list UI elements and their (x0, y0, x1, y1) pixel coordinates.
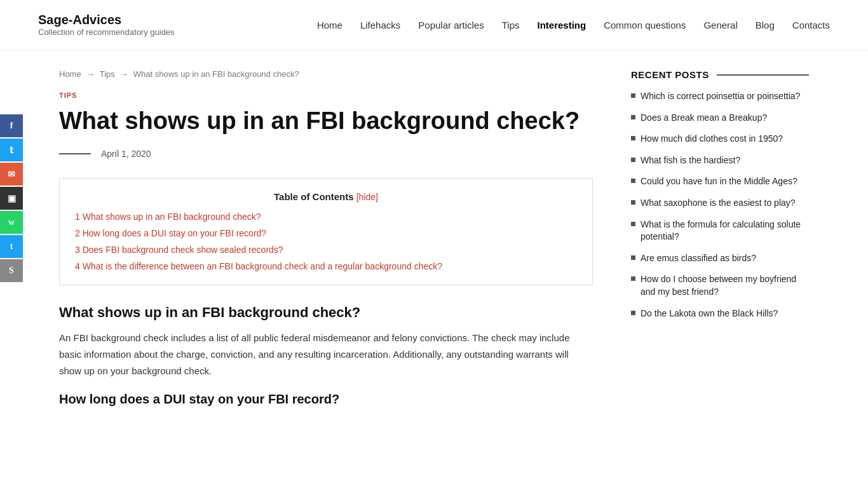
bullet-icon (631, 179, 635, 183)
nav-home[interactable]: Home (317, 20, 342, 30)
recent-post-link[interactable]: How do I choose between my boyfriend and… (641, 273, 809, 298)
recent-post-item: What fish is the hardiest? (631, 154, 809, 167)
toc-item: 4 What is the difference between an FBI … (75, 261, 577, 272)
recent-posts-list: Which is correct poinsettia or poinsetti… (631, 90, 809, 320)
nav-common-questions[interactable]: Common questions (604, 20, 686, 30)
breadcrumb-arrow-2: → (120, 69, 128, 79)
bullet-icon (631, 255, 635, 260)
breadcrumb-arrow-1: → (86, 69, 95, 79)
article-title: What shows up in an FBI background check… (59, 107, 593, 136)
article-date: April 1, 2020 (101, 149, 151, 159)
recent-post-item: Which is correct poinsettia or poinsetti… (631, 90, 809, 103)
recent-post-item: Does a Break mean a Breakup? (631, 112, 809, 125)
recent-post-item: How much did clothes cost in 1950? (631, 133, 809, 146)
site-title[interactable]: Sage-Advices (38, 13, 175, 27)
toc-item: 2 How long does a DUI stay on your FBI r… (75, 227, 577, 239)
main-layout: Home → Tips → What shows up in an FBI ba… (21, 50, 847, 435)
toc-title: Table of Contents [hide] (75, 191, 577, 202)
section1-heading: What shows up in an FBI background check… (59, 304, 593, 321)
toc-link-4[interactable]: 4 What is the difference between an FBI … (75, 261, 442, 271)
recent-post-link[interactable]: What fish is the hardiest? (641, 154, 740, 167)
toc-item: 3 Does FBI background check show sealed … (75, 244, 577, 255)
table-of-contents: Table of Contents [hide] 1 What shows up… (59, 178, 593, 285)
breadcrumb: Home → Tips → What shows up in an FBI ba… (59, 69, 593, 79)
tumblr-share-button[interactable]: t (0, 235, 23, 258)
article-date-row: April 1, 2020 (59, 149, 593, 159)
recent-post-link[interactable]: Which is correct poinsettia or poinsetti… (641, 90, 800, 103)
recent-post-link[interactable]: What saxophone is the easiest to play? (641, 197, 796, 210)
nav-popular-articles[interactable]: Popular articles (418, 20, 484, 30)
recent-post-item: What saxophone is the easiest to play? (631, 197, 809, 210)
bullet-icon (631, 158, 635, 162)
recent-post-item: Do the Lakota own the Black Hills? (631, 308, 809, 320)
recent-post-item: How do I choose between my boyfriend and… (631, 273, 809, 298)
nav-lifehacks[interactable]: Lifehacks (360, 20, 400, 30)
recent-post-link[interactable]: Do the Lakota own the Black Hills? (641, 308, 778, 320)
toc-list: 1 What shows up in an FBI background che… (75, 211, 577, 272)
bullet-icon (631, 136, 635, 140)
category-tag[interactable]: TIPS (59, 92, 593, 99)
recent-post-link[interactable]: Are emus classified as birds? (641, 252, 756, 265)
recent-post-item: What is the formula for calculating solu… (631, 219, 809, 243)
breadcrumb-home[interactable]: Home (59, 69, 81, 79)
recent-post-item: Are emus classified as birds? (631, 252, 809, 265)
main-nav: Home Lifehacks Popular articles Tips Int… (317, 20, 830, 30)
nav-blog[interactable]: Blog (756, 20, 775, 30)
bullet-icon (631, 200, 635, 205)
save-button[interactable]: ▣ (0, 187, 23, 210)
sidebar: RECENT POSTS Which is correct poinsettia… (631, 69, 809, 416)
recent-post-link[interactable]: What is the formula for calculating solu… (641, 219, 809, 243)
bullet-icon (631, 115, 635, 119)
recent-post-item: Could you have fun in the Middle Ages? (631, 175, 809, 188)
email-share-button[interactable]: ✉ (0, 163, 23, 186)
article-content: Home → Tips → What shows up in an FBI ba… (59, 69, 593, 416)
section2-heading: How long does a DUI stay on your FBI rec… (59, 392, 593, 407)
logo-area: Sage-Advices Collection of recommendator… (38, 13, 175, 37)
toc-item: 1 What shows up in an FBI background che… (75, 211, 577, 222)
breadcrumb-current: What shows up in an FBI background check… (133, 69, 299, 79)
nav-contacts[interactable]: Contacts (792, 20, 830, 30)
bullet-icon (631, 93, 635, 98)
recent-posts-title: RECENT POSTS (631, 69, 809, 80)
date-line-decoration (59, 153, 91, 154)
recent-post-link[interactable]: Does a Break mean a Breakup? (641, 112, 767, 125)
social-bar: f 𝕥 ✉ ▣ w t S (0, 114, 23, 282)
twitter-share-button[interactable]: 𝕥 (0, 139, 23, 161)
recent-post-link[interactable]: Could you have fun in the Middle Ages? (641, 175, 797, 188)
site-subtitle: Collection of recommendatory guides (38, 27, 175, 37)
recent-post-link[interactable]: How much did clothes cost in 1950? (641, 133, 783, 146)
nav-interesting[interactable]: Interesting (537, 20, 586, 30)
toc-link-3[interactable]: 3 Does FBI background check show sealed … (75, 245, 283, 255)
whatsapp-share-button[interactable]: w (0, 211, 23, 234)
site-header: Sage-Advices Collection of recommendator… (0, 0, 868, 50)
more-share-button[interactable]: S (0, 259, 23, 282)
toc-link-1[interactable]: 1 What shows up in an FBI background che… (75, 212, 261, 222)
nav-general[interactable]: General (703, 20, 737, 30)
bullet-icon (631, 276, 635, 281)
toc-hide-link[interactable]: [hide] (356, 192, 378, 202)
toc-link-2[interactable]: 2 How long does a DUI stay on your FBI r… (75, 228, 266, 238)
bullet-icon (631, 222, 635, 226)
section1-body: An FBI background check includes a list … (59, 330, 593, 380)
breadcrumb-tips[interactable]: Tips (100, 69, 115, 79)
bullet-icon (631, 311, 635, 315)
nav-tips[interactable]: Tips (502, 20, 520, 30)
facebook-share-button[interactable]: f (0, 114, 23, 137)
